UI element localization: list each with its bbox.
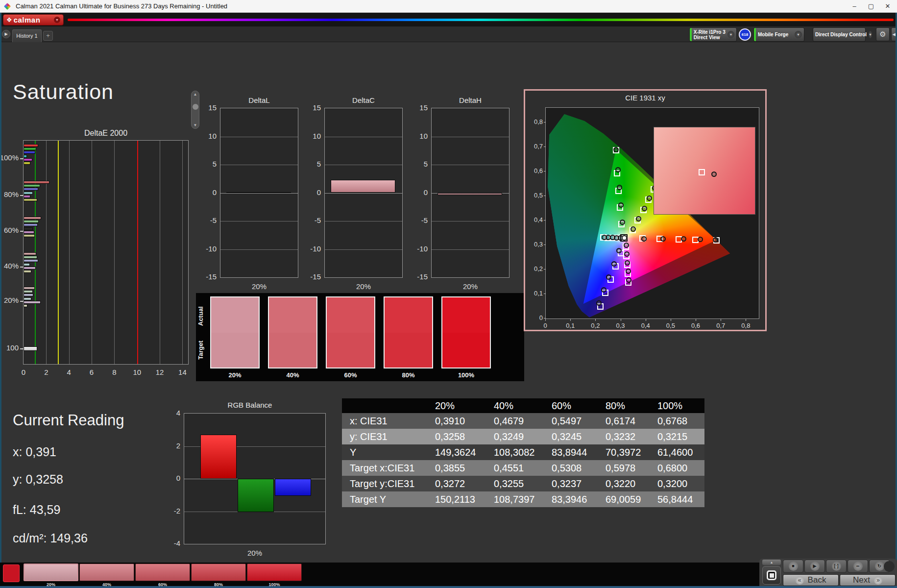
display-control-dropdown[interactable]: Direct Display Control ▼ bbox=[813, 27, 866, 42]
saturation-thumbnail-100%[interactable] bbox=[247, 564, 302, 581]
deltae-xlabel: 14 bbox=[177, 368, 187, 376]
scroll-down-icon[interactable]: ▼ bbox=[192, 123, 199, 127]
meter-name: X-Rite i1Pro 3 bbox=[694, 29, 726, 35]
chevron-down-icon: ▼ bbox=[795, 31, 802, 38]
deltae-bar-60%-1 bbox=[24, 220, 39, 223]
meter-dropdown[interactable]: X-Rite i1Pro 3Direct View ▼ bbox=[689, 27, 737, 42]
cie-xtick bbox=[595, 319, 596, 321]
table-cell: 0,3215 bbox=[654, 429, 704, 444]
table-row-label: Y bbox=[342, 444, 431, 460]
display-control-name: Direct Display Control bbox=[815, 32, 867, 37]
rgb-bar-blue bbox=[275, 479, 311, 496]
cie-ytick bbox=[544, 196, 546, 196]
deltae-bar-20%-0 bbox=[24, 287, 35, 290]
source-dropdown[interactable]: Mobile Forge ▼ bbox=[753, 27, 804, 42]
calman-menu-button[interactable]: ❖ calman ▼ bbox=[3, 14, 64, 25]
deltaH-gridline bbox=[432, 249, 509, 250]
deltaC-gridline bbox=[325, 137, 402, 137]
swatch-label: 100% bbox=[441, 371, 491, 379]
saturation-thumbnail-80%[interactable] bbox=[191, 564, 246, 581]
meter-count-badge[interactable]: 618 bbox=[739, 28, 751, 41]
table-cell: 0,3232 bbox=[602, 429, 654, 444]
deltae-bar-20%-3 bbox=[24, 297, 31, 300]
transport-interval-button[interactable]: [·] bbox=[826, 560, 847, 573]
table-header-cell: 40% bbox=[490, 398, 548, 413]
transport-play-button[interactable]: ▶ bbox=[804, 560, 825, 573]
cie-ytick-label: 0,3 bbox=[527, 241, 543, 248]
deltae-bar-80%-1 bbox=[24, 184, 40, 187]
deltae-ytick bbox=[20, 348, 24, 349]
table-row: x: CIE310,39100,46790,54970,61740,6768 bbox=[342, 413, 704, 429]
table-cell: 61,4600 bbox=[654, 444, 704, 460]
chevron-left-icon: « bbox=[796, 576, 804, 585]
minimize-button[interactable]: – bbox=[846, 0, 863, 12]
deltae-bar-20%-2 bbox=[24, 294, 33, 296]
actual-label: Actual bbox=[197, 300, 205, 332]
swatch-actual-40% bbox=[269, 297, 316, 333]
swatch-actual-20% bbox=[211, 297, 259, 333]
table-cell: 0,3258 bbox=[431, 429, 490, 444]
deltae-ylabel: 100% bbox=[0, 153, 19, 162]
saturation-thumbnail-60%[interactable] bbox=[135, 564, 190, 581]
settings-button[interactable]: ⚙ bbox=[876, 27, 890, 41]
interval-icon: [·] bbox=[832, 562, 841, 571]
play-icon: ▶ bbox=[4, 32, 7, 36]
maximize-button[interactable]: ▢ bbox=[863, 0, 879, 12]
table-cell: 0,5497 bbox=[548, 413, 602, 429]
swatch-label: 80% bbox=[384, 371, 433, 379]
deltae-bar-40%-1 bbox=[24, 256, 37, 259]
deltaL-bar bbox=[226, 192, 291, 193]
window-title: Calman 2021 Calman Ultimate for Business… bbox=[16, 2, 227, 10]
deltae-reference-line bbox=[137, 141, 138, 364]
scroll-thumb[interactable] bbox=[193, 104, 198, 110]
deltae-bar-40%-2 bbox=[24, 259, 38, 262]
table-cell: 150,2113 bbox=[431, 491, 490, 507]
close-button[interactable]: ✕ bbox=[879, 0, 896, 12]
table-cell: 149,3624 bbox=[431, 444, 490, 460]
transport-stop-button[interactable]: ■ bbox=[783, 560, 803, 573]
rgb-bar-red bbox=[200, 435, 237, 479]
rgb-balance-chart: 420-2-420% bbox=[184, 413, 326, 544]
color-checker-chip[interactable] bbox=[3, 564, 20, 582]
cie-ytick bbox=[544, 318, 546, 318]
cie-ytick bbox=[544, 294, 546, 294]
level-up-button[interactable]: ▲ bbox=[762, 560, 781, 565]
cie-xtick bbox=[621, 319, 621, 321]
next-button[interactable]: Next» bbox=[840, 574, 896, 586]
deltaC-gridline bbox=[325, 249, 402, 250]
read-continuous-button[interactable] bbox=[762, 566, 781, 585]
deltaC-gridline bbox=[325, 193, 402, 194]
calman-logo-text: calman bbox=[14, 16, 41, 24]
tab-scroll-button[interactable]: ▶ bbox=[2, 30, 10, 38]
deltae-gridline bbox=[69, 141, 70, 364]
deltae-gridline bbox=[46, 141, 47, 364]
deltae-xlabel: 12 bbox=[155, 368, 165, 376]
add-tab-button[interactable]: + bbox=[43, 31, 53, 41]
table-cell: 0,3910 bbox=[431, 413, 490, 429]
deltae-bar-60%-4 bbox=[24, 231, 34, 234]
refresh-icon: ↻ bbox=[875, 562, 884, 571]
deltae-bar-80%-4 bbox=[24, 195, 30, 198]
cie-xtick-label: 0,4 bbox=[639, 322, 653, 329]
table-cell: 0,4551 bbox=[490, 460, 548, 476]
table-header-cell bbox=[342, 398, 431, 413]
table-cell: 0,3200 bbox=[654, 476, 704, 491]
tab-history-1[interactable]: History 1 bbox=[12, 29, 42, 42]
back-button[interactable]: «Back bbox=[783, 574, 839, 586]
cie-measured-point-yellow bbox=[630, 226, 636, 232]
cie-measured-point-magenta bbox=[624, 243, 629, 248]
scroll-up-icon[interactable]: ▲ bbox=[192, 92, 199, 97]
cie-measured-point-green bbox=[613, 147, 619, 152]
next-label: Next bbox=[853, 575, 870, 585]
deltae-xlabel: 8 bbox=[109, 368, 119, 376]
transport-continuous-button[interactable]: ∞ bbox=[848, 560, 868, 573]
saturation-thumbnail-20%[interactable] bbox=[24, 564, 78, 581]
table-cell: 0,6174 bbox=[602, 413, 654, 429]
cie-ytick-label: 0,8 bbox=[527, 118, 543, 125]
saturation-thumbnail-40%[interactable] bbox=[79, 564, 134, 581]
cie-panel: CIE 1931 xy 0,80,70,60,50,40,30,20,1000,… bbox=[524, 89, 767, 331]
table-cell: 108,7397 bbox=[490, 491, 548, 507]
transport-inactive-button[interactable] bbox=[884, 561, 895, 572]
deltaH-bar bbox=[437, 193, 502, 195]
current-reading-x: x: 0,391 bbox=[13, 445, 56, 459]
